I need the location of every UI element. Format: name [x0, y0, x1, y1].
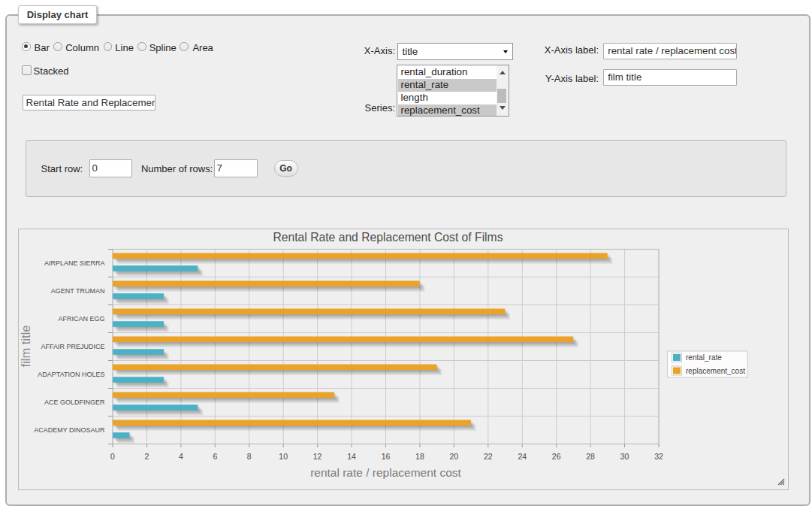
svg-text:6: 6: [213, 452, 217, 461]
svg-text:2: 2: [145, 452, 149, 461]
svg-text:32: 32: [654, 452, 663, 461]
svg-text:ACE GOLDFINGER: ACE GOLDFINGER: [44, 398, 105, 406]
svg-text:4: 4: [179, 452, 183, 461]
svg-text:0: 0: [110, 452, 115, 461]
svg-text:22: 22: [484, 452, 493, 461]
svg-text:28: 28: [586, 452, 595, 461]
svg-text:30: 30: [620, 452, 629, 461]
svg-text:12: 12: [313, 452, 322, 461]
svg-text:24: 24: [518, 452, 527, 461]
svg-text:Rental Rate and Replacement Co: Rental Rate and Replacement Cost of Film…: [273, 231, 503, 244]
svg-text:AFRICAN EGG: AFRICAN EGG: [58, 315, 104, 323]
svg-text:AIRPLANE SIERRA: AIRPLANE SIERRA: [44, 259, 105, 267]
svg-text:replacement_cost: replacement_cost: [686, 367, 745, 375]
svg-text:26: 26: [552, 452, 561, 461]
svg-text:16: 16: [382, 452, 391, 461]
svg-text:rental_rate: rental_rate: [686, 353, 722, 362]
svg-text:film title: film title: [19, 326, 32, 368]
svg-text:18: 18: [415, 452, 424, 461]
svg-text:rental rate / replacement cost: rental rate / replacement cost: [310, 466, 461, 479]
svg-text:14: 14: [347, 452, 356, 461]
svg-text:AFFAIR PREJUDICE: AFFAIR PREJUDICE: [41, 343, 104, 350]
svg-text:10: 10: [279, 452, 288, 461]
svg-text:AGENT TRUMAN: AGENT TRUMAN: [51, 287, 105, 295]
svg-text:ACADEMY DINOSAUR: ACADEMY DINOSAUR: [34, 426, 105, 434]
svg-text:ADAPTATION HOLES: ADAPTATION HOLES: [38, 371, 104, 378]
svg-text:8: 8: [247, 452, 252, 461]
svg-text:20: 20: [450, 452, 459, 461]
